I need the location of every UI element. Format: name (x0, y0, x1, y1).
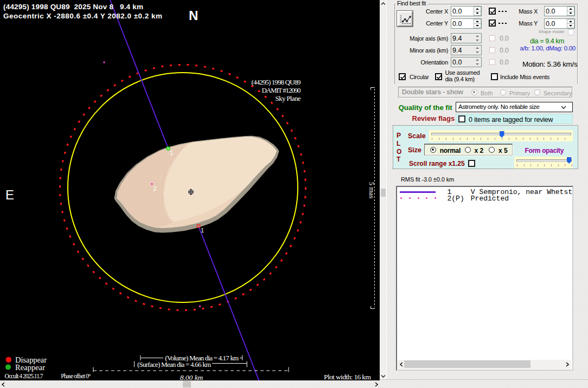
svg-text:(44295) 1998 QU89: (44295) 1998 QU89 (252, 78, 301, 86)
svg-text:5 mas: 5 mas (368, 182, 376, 199)
svg-text:Phase offset 0°: Phase offset 0° (61, 373, 91, 379)
svg-text:N: N (189, 8, 198, 23)
svg-text:2: 2 (154, 185, 157, 192)
svg-text:Sky Plane: Sky Plane (276, 94, 301, 102)
svg-text:1: 1 (170, 150, 173, 156)
svg-text:Geocentric X -2880.6 ±0.4 Y 20: Geocentric X -2880.6 ±0.4 Y 2082.0 ±0.2 … (3, 12, 162, 20)
svg-text:8.00 km: 8.00 km (180, 373, 203, 381)
svg-text:Occult 4 2025.11.7: Occult 4 2025.11.7 (5, 373, 43, 379)
svg-text:DAMIT #12090: DAMIT #12090 (262, 86, 301, 94)
svg-text:Plot width: 16 km: Plot width: 16 km (324, 373, 371, 380)
svg-text:(44295) 1998 QU89 2025 Nov 8: (44295) 1998 QU89 2025 Nov 8 9.4 km (3, 3, 143, 11)
svg-text:Reappear: Reappear (15, 363, 45, 372)
svg-text:E: E (5, 187, 14, 202)
svg-text:(Surface) Mean dia = 4.66 km: (Surface) Mean dia = 4.66 km (137, 360, 211, 368)
svg-text:1: 1 (201, 227, 204, 234)
